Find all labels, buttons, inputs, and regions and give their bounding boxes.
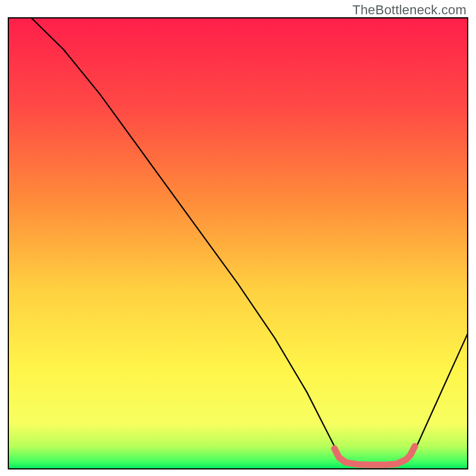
- bottleneck-chart: [0, 0, 476, 476]
- gradient-background: [8, 18, 468, 469]
- watermark-text: TheBottleneck.com: [352, 2, 466, 18]
- chart-container: { "watermark": "TheBottleneck.com", "col…: [0, 0, 476, 476]
